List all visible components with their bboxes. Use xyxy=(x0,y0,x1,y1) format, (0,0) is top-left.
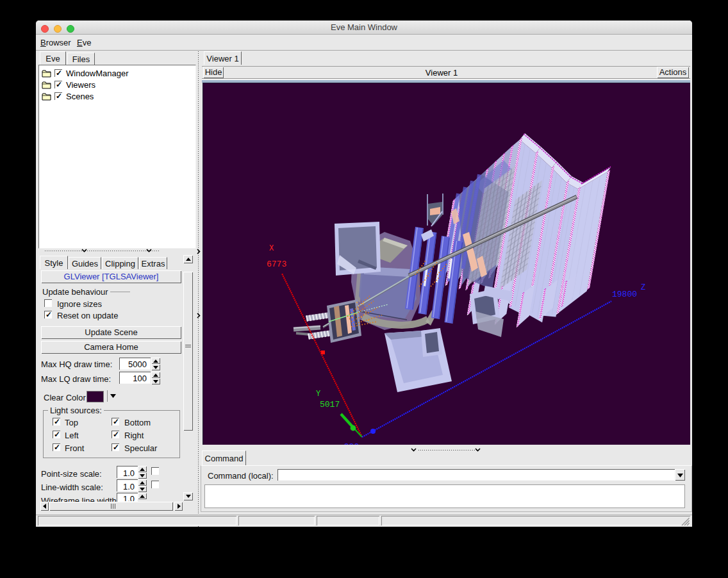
svg-text:Y: Y xyxy=(316,390,320,399)
svg-text:X: X xyxy=(269,244,274,253)
svg-text:-920: -920 xyxy=(339,442,359,445)
svg-text:Z: Z xyxy=(641,283,645,292)
svg-text:19800: 19800 xyxy=(612,290,637,299)
svg-text:5017: 5017 xyxy=(320,400,340,409)
svg-text:6773: 6773 xyxy=(267,260,286,269)
